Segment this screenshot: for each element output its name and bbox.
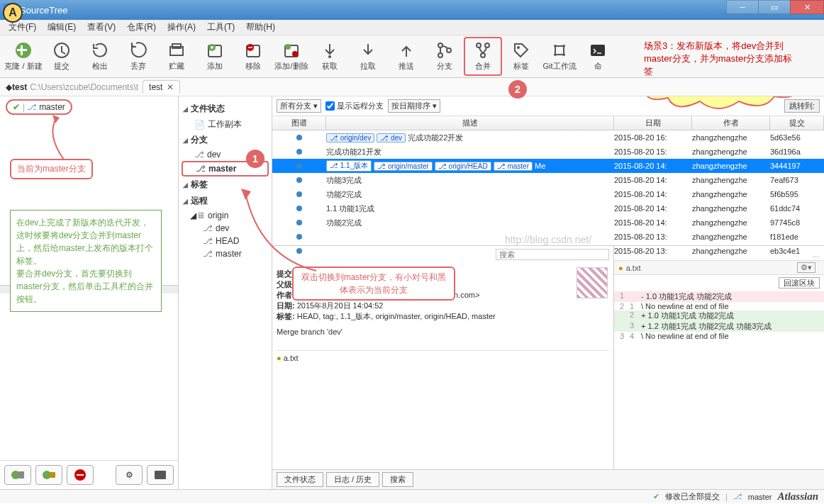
tool-stash[interactable]: 贮藏 <box>157 38 196 74</box>
diff-line: 2+ 1.0 功能1完成 功能2完成 <box>614 310 824 321</box>
gear-icon[interactable]: ⚙▾ <box>797 262 815 273</box>
branch-filter[interactable]: 所有分支 ▾ <box>277 99 321 113</box>
svg-rect-25 <box>591 45 605 56</box>
diff-line: 3+ 1.2 功能1完成 功能2完成 功能3完成 <box>614 321 824 332</box>
menu-item[interactable]: 操作(A) <box>162 20 201 35</box>
menu-item[interactable]: 编辑(E) <box>42 20 82 35</box>
minimize-button[interactable]: ─ <box>726 0 759 14</box>
tree-branches[interactable]: 分支 <box>182 132 269 148</box>
col-desc[interactable]: 描述 <box>326 116 614 130</box>
file-name: a.txt <box>284 354 299 362</box>
tree-file-status[interactable]: 文件状态 <box>182 101 269 117</box>
svg-point-22 <box>554 53 557 56</box>
menu-item[interactable]: 工具(T) <box>201 20 240 35</box>
annotation-cloud: 场景3：发布新版本，将dev合并到master分支，并为master分支添加标签 <box>633 27 810 105</box>
commit-row[interactable]: 功能2完成2015-08-20 14:zhangzhengzhe5f6b595 <box>272 187 824 201</box>
repo-name: test <box>12 82 27 92</box>
svg-point-17 <box>477 43 481 47</box>
diff-pane: … ● a.txt ⚙▾ 回滚区块 1- 1.0 功能1完成 功能2完成21\ … <box>614 246 824 469</box>
close-icon[interactable]: ✕ <box>167 82 174 92</box>
sort-filter[interactable]: 按日期排序 ▾ <box>388 99 440 113</box>
lbl-date: 日期: <box>277 301 295 310</box>
check-icon: ✔ <box>13 102 20 112</box>
diff-line: 34\ No newline at end of file <box>614 332 824 340</box>
diff-line: 21\ No newline at end of file <box>614 302 824 310</box>
tool-cmd[interactable]: 命 <box>579 38 617 74</box>
repo-path: C:\Users\zcube\Documents\t <box>30 82 138 92</box>
rollback-button[interactable]: 回滚区块 <box>779 277 820 289</box>
commit-row[interactable]: ⎇ origin/dev ⎇ dev 完成功能22开发2015-08-20 16… <box>272 130 824 145</box>
tool-tag[interactable]: 标签 <box>502 38 540 74</box>
current-branch-indicator: ✔ | ⎇ master <box>0 96 178 118</box>
branch-icon: ⎇ <box>203 249 213 259</box>
settings-button[interactable]: ⚙ <box>116 465 143 485</box>
tool-add[interactable]: 添加 <box>196 38 234 74</box>
status-branch: master <box>748 493 772 501</box>
tool-clone[interactable]: 克隆 / 新建 <box>4 38 43 74</box>
tool-pull[interactable]: 拉取 <box>349 38 387 74</box>
diff-menu-icon[interactable]: … <box>614 249 824 260</box>
bottom-tab[interactable]: 搜索 <box>382 472 413 487</box>
tool-checkout[interactable]: 检出 <box>81 38 119 74</box>
menu-item[interactable]: 帮助(H) <box>240 20 281 35</box>
maximize-button[interactable]: ▭ <box>758 0 791 14</box>
add-folder-button[interactable] <box>35 465 62 485</box>
tool-push[interactable]: 推送 <box>387 38 425 74</box>
val-date: 2015年8月20日 14:04:52 <box>297 301 384 310</box>
bottom-tab[interactable]: 文件状态 <box>277 472 323 487</box>
svg-rect-2 <box>17 49 27 51</box>
tool-remove[interactable]: 移除 <box>234 38 272 74</box>
svg-rect-29 <box>50 472 55 478</box>
col-graph[interactable]: 图谱 <box>272 116 326 130</box>
val-tags: HEAD, tag:, 1.1_版本, origin/master, origi… <box>297 312 496 320</box>
col-date[interactable]: 日期 <box>614 116 692 130</box>
avatar <box>577 267 608 298</box>
annotation-arrow <box>43 113 85 163</box>
svg-point-12 <box>292 51 298 57</box>
svg-rect-31 <box>77 474 84 476</box>
repo-tab-label: test <box>149 82 162 92</box>
tool-merge[interactable]: 合并 <box>464 37 502 76</box>
bookmark-buttons: ⚙ <box>0 460 178 489</box>
bottom-tabs: 文件状态日志 / 历史搜索 <box>272 469 824 489</box>
close-button[interactable]: ✕ <box>790 0 824 14</box>
tool-discard[interactable]: 丢弃 <box>119 38 157 74</box>
titlebar: SourceTree ─ ▭ ✕ <box>0 0 824 20</box>
tool-fetch[interactable]: 获取 <box>311 38 349 74</box>
tree-working-copy[interactable]: 📄工作副本 <box>182 117 269 132</box>
col-author[interactable]: 作者 <box>692 116 770 130</box>
menu-item[interactable]: 仓库(R) <box>121 20 162 35</box>
repo-tab[interactable]: test ✕ <box>143 80 180 94</box>
tool-commit[interactable]: 提交 <box>43 38 81 74</box>
tool-addremove[interactable]: 添加/删除 <box>272 38 311 74</box>
commit-row[interactable]: 1.1 功能1完成2015-08-20 14:zhangzhengzhe61dd… <box>272 201 824 215</box>
terminal-button[interactable] <box>147 465 174 485</box>
file-icon: 📄 <box>194 120 205 130</box>
commit-message: Merge branch 'dev' <box>277 327 609 336</box>
annotation-a: A <box>3 3 23 23</box>
file-icon: ● <box>277 354 282 362</box>
add-repo-button[interactable] <box>4 465 31 485</box>
tool-gitflow[interactable]: Git工作流 <box>540 38 579 74</box>
commit-row[interactable]: 完成功能21开发2015-08-20 15:zhangzhengzhe36d19… <box>272 145 824 159</box>
commit-row[interactable]: 功能2完成2015-08-20 14:zhangzhengzhe97745c8 <box>272 215 824 230</box>
commit-row[interactable]: ⎇ 1.1_版本 ⎇ origin/master ⎇ origin/HEAD ⎇… <box>272 159 824 173</box>
svg-point-15 <box>438 53 442 57</box>
diff-line: 1- 1.0 功能1完成 功能2完成 <box>614 291 824 302</box>
menu-item[interactable]: 查看(V) <box>82 20 121 35</box>
search-input[interactable] <box>496 249 609 260</box>
file-entry[interactable]: ● a.txt <box>277 350 609 362</box>
svg-point-18 <box>485 43 489 47</box>
show-remote-checkbox[interactable]: 显示远程分支 <box>325 101 384 111</box>
branch-icon: ⎇ <box>196 164 206 174</box>
commit-row[interactable]: 2015-08-20 13:zhangzhengzhef181ede <box>272 230 824 244</box>
branch-icon: ⎇ <box>203 236 213 246</box>
diff-file-header: ● a.txt ⚙▾ <box>614 260 824 275</box>
bottom-tab[interactable]: 日志 / 历史 <box>326 472 379 487</box>
svg-point-11 <box>285 44 291 50</box>
col-commit[interactable]: 提交 <box>770 116 824 130</box>
commit-row[interactable]: 功能3完成2015-08-20 14:zhangzhengzhe7eaf673 <box>272 173 824 187</box>
tool-branch[interactable]: 分支 <box>425 38 464 74</box>
svg-rect-27 <box>18 471 24 478</box>
remove-repo-button[interactable] <box>67 465 94 485</box>
